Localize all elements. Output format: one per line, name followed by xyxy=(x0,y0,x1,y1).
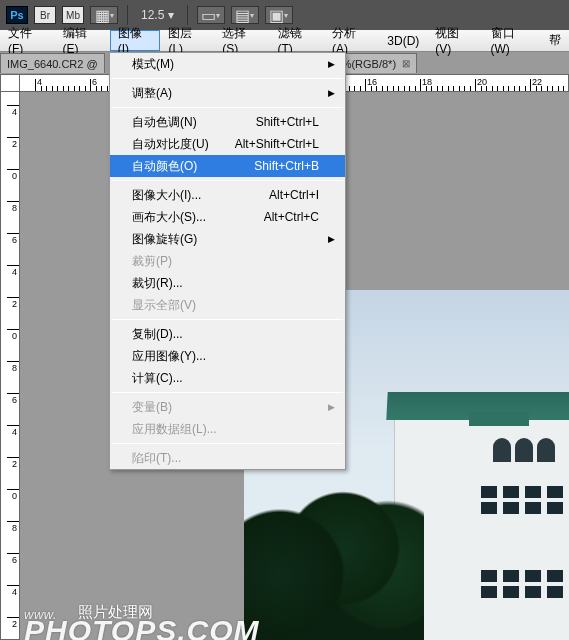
menu-trim[interactable]: 裁切(R)... xyxy=(110,272,345,294)
separator xyxy=(112,107,343,108)
zoom-value[interactable]: 12.5 ▾ xyxy=(137,8,178,22)
vertical-ruler[interactable]: 42086420864208642 xyxy=(0,74,20,640)
document-tab-label: %(RGB/8*) xyxy=(342,58,396,70)
menu-image-size[interactable]: 图像大小(I)...Alt+Ctrl+I xyxy=(110,184,345,206)
bridge-button[interactable]: Br xyxy=(34,6,56,24)
close-icon[interactable]: ⊠ xyxy=(402,58,410,69)
menu-help[interactable]: 帮 xyxy=(541,30,569,51)
menu-calculations[interactable]: 计算(C)... xyxy=(110,367,345,389)
image-menu-dropdown: 模式(M)▶ 调整(A)▶ 自动色调(N)Shift+Ctrl+L 自动对比度(… xyxy=(109,52,346,470)
arrange-icon: ▭ xyxy=(201,6,216,25)
shortcut-label: Shift+Ctrl+L xyxy=(256,115,319,129)
separator xyxy=(187,5,188,25)
chevron-down-icon: ▾ xyxy=(284,11,288,20)
grid-button[interactable]: ▤▾ xyxy=(231,6,259,24)
menu-reveal-all: 显示全部(V) xyxy=(110,294,345,316)
menu-view[interactable]: 视图(V) xyxy=(427,30,482,51)
menu-mode[interactable]: 模式(M)▶ xyxy=(110,53,345,75)
ps-logo-icon: Ps xyxy=(6,6,28,24)
menu-adjustments[interactable]: 调整(A)▶ xyxy=(110,82,345,104)
shortcut-label: Shift+Ctrl+B xyxy=(254,159,319,173)
separator xyxy=(112,443,343,444)
extras-icon: ▣ xyxy=(269,6,284,25)
menu-image[interactable]: 图像(I) xyxy=(110,30,161,51)
menu-auto-tone[interactable]: 自动色调(N)Shift+Ctrl+L xyxy=(110,111,345,133)
grid-icon: ▤ xyxy=(235,6,250,25)
menu-trap: 陷印(T)... xyxy=(110,447,345,469)
separator xyxy=(112,319,343,320)
watermark-domain: PHOTOPS.COM xyxy=(24,614,259,640)
document-tab-label: IMG_6640.CR2 @ xyxy=(7,58,98,70)
menu-window[interactable]: 窗口(W) xyxy=(483,30,541,51)
menu-image-rotation[interactable]: 图像旋转(G)▶ xyxy=(110,228,345,250)
menu-3d[interactable]: 3D(D) xyxy=(379,30,427,51)
menu-variables: 变量(B)▶ xyxy=(110,396,345,418)
windows xyxy=(493,438,555,462)
menu-duplicate[interactable]: 复制(D)... xyxy=(110,323,345,345)
separator xyxy=(112,78,343,79)
menu-filter[interactable]: 滤镜(T) xyxy=(270,30,325,51)
arrange-button[interactable]: ▭▾ xyxy=(197,6,225,24)
extras-button[interactable]: ▣▾ xyxy=(265,6,293,24)
menu-canvas-size[interactable]: 画布大小(S)...Alt+Ctrl+C xyxy=(110,206,345,228)
main-menubar: 文件(F) 编辑(E) 图像(I) 图层(L) 选择(S) 滤镜(T) 分析(A… xyxy=(0,30,569,52)
menu-edit[interactable]: 编辑(E) xyxy=(55,30,110,51)
menu-crop: 裁剪(P) xyxy=(110,250,345,272)
separator xyxy=(127,5,128,25)
minibridge-button[interactable]: Mb xyxy=(62,6,84,24)
menu-select[interactable]: 选择(S) xyxy=(214,30,269,51)
chevron-right-icon: ▶ xyxy=(328,402,335,412)
chevron-down-icon: ▾ xyxy=(110,11,114,20)
chevron-right-icon: ▶ xyxy=(328,234,335,244)
chevron-right-icon: ▶ xyxy=(328,88,335,98)
shortcut-label: Alt+Shift+Ctrl+L xyxy=(235,137,319,151)
screenmode-button[interactable]: ▦▾ xyxy=(90,6,118,24)
ruler-corner xyxy=(0,74,20,92)
menu-layer[interactable]: 图层(L) xyxy=(160,30,214,51)
trees-region xyxy=(244,472,424,640)
shortcut-label: Alt+Ctrl+I xyxy=(269,188,319,202)
separator xyxy=(112,392,343,393)
menu-apply-dataset: 应用数据组(L)... xyxy=(110,418,345,440)
menu-apply-image[interactable]: 应用图像(Y)... xyxy=(110,345,345,367)
separator xyxy=(112,180,343,181)
document-tab[interactable]: IMG_6640.CR2 @ xyxy=(0,53,105,73)
menu-file[interactable]: 文件(F) xyxy=(0,30,55,51)
shortcut-label: Alt+Ctrl+C xyxy=(264,210,319,224)
screenmode-icon: ▦ xyxy=(95,6,110,25)
chevron-down-icon: ▾ xyxy=(250,11,254,20)
menu-auto-contrast[interactable]: 自动对比度(U)Alt+Shift+Ctrl+L xyxy=(110,133,345,155)
menu-auto-color[interactable]: 自动颜色(O)Shift+Ctrl+B xyxy=(110,155,345,177)
chevron-down-icon: ▾ xyxy=(216,11,220,20)
document-tab[interactable]: %(RGB/8*) ⊠ xyxy=(335,53,417,73)
roof xyxy=(469,412,529,426)
chevron-right-icon: ▶ xyxy=(328,59,335,69)
menu-analysis[interactable]: 分析(A) xyxy=(324,30,379,51)
